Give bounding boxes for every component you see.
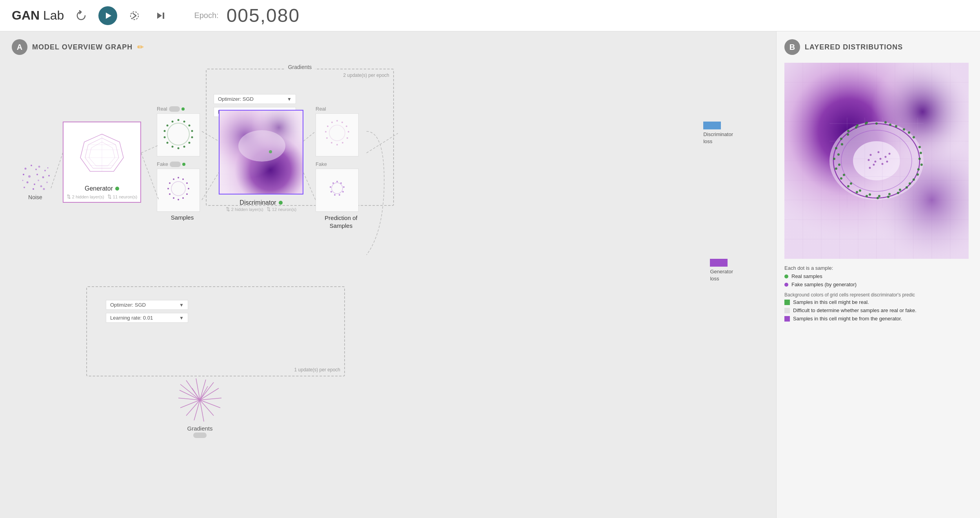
- generator-sub-info: ⇅ 2 hidden layer(s) ⇅ 11 neuron(s): [67, 194, 137, 202]
- svg-point-109: [329, 125, 345, 141]
- svg-point-95: [238, 130, 285, 162]
- prediction-label-area: Prediction of Samples: [316, 214, 367, 229]
- svg-point-35: [43, 188, 45, 190]
- svg-point-208: [878, 151, 880, 153]
- svg-point-52: [191, 130, 193, 132]
- svg-point-65: [182, 178, 184, 180]
- prediction-fake-row: Fake: [316, 161, 367, 167]
- svg-point-36: [48, 175, 50, 176]
- svg-point-113: [342, 191, 344, 193]
- svg-point-69: [182, 197, 184, 199]
- play-button[interactable]: [98, 6, 117, 25]
- svg-point-151: [853, 141, 900, 180]
- svg-point-33: [24, 187, 25, 188]
- gen-hidden-layers[interactable]: ⇅ 2 hidden layer(s): [67, 194, 104, 200]
- svg-point-197: [869, 193, 871, 196]
- svg-line-121: [141, 145, 159, 153]
- svg-point-115: [334, 194, 336, 196]
- svg-point-103: [336, 144, 338, 145]
- svg-point-100: [348, 131, 349, 133]
- svg-point-50: [183, 121, 185, 123]
- panel-b: B LAYERED DISTRIBUTIONS: [776, 31, 980, 518]
- disc-hidden-layers[interactable]: ⇅ 2 hidden layer(s): [226, 206, 263, 212]
- layered-dist-canvas: [784, 63, 969, 259]
- reset-button[interactable]: [72, 6, 91, 25]
- svg-point-189: [908, 131, 910, 134]
- svg-point-104: [331, 142, 332, 144]
- svg-point-57: [172, 146, 174, 148]
- svg-point-165: [889, 124, 891, 126]
- real-toggle[interactable]: [169, 106, 180, 112]
- disc-label-row: Discriminator: [240, 199, 282, 206]
- fake-label: Fake: [157, 161, 168, 167]
- svg-point-207: [870, 154, 872, 156]
- svg-point-164: [875, 122, 878, 125]
- svg-point-212: [868, 159, 870, 161]
- cell-fake-legend: Samples in this cell might be from the g…: [784, 316, 972, 322]
- fake-toggle-row: Fake: [157, 161, 208, 167]
- updates-top-label: 2 update(s) per epoch: [343, 73, 389, 78]
- svg-point-171: [913, 178, 915, 181]
- model-canvas: Gradients 2 update(s) per epoch Optimize…: [12, 63, 764, 510]
- gen-neurons[interactable]: ⇅ 11 neuron(s): [107, 194, 137, 200]
- svg-point-98: [341, 122, 343, 123]
- svg-point-209: [885, 156, 887, 158]
- svg-point-51: [189, 125, 191, 127]
- svg-point-114: [339, 194, 340, 196]
- svg-point-172: [906, 186, 908, 189]
- svg-line-19: [200, 386, 208, 400]
- panel-b-badge: B: [784, 39, 800, 55]
- svg-point-53: [191, 136, 193, 138]
- gradients-bottom-label: Gradients: [187, 425, 212, 432]
- panel-a-header: A MODEL OVERVIEW GRAPH ✏: [12, 39, 764, 55]
- svg-point-101: [347, 137, 348, 139]
- svg-point-26: [28, 175, 31, 178]
- optimizer-dropdown-arrow-top[interactable]: ▼: [287, 96, 292, 102]
- svg-point-106: [325, 131, 327, 133]
- svg-point-61: [167, 125, 169, 127]
- fake-toggle[interactable]: [170, 162, 181, 167]
- svg-point-76: [171, 182, 185, 196]
- prediction-fake-box: [316, 169, 359, 212]
- lr-dropdown-arrow-bottom[interactable]: ▼: [179, 315, 184, 321]
- svg-point-27: [36, 174, 38, 175]
- step-button[interactable]: [125, 6, 144, 25]
- svg-line-120: [51, 153, 63, 188]
- app-title: GAN Lab: [12, 8, 64, 23]
- svg-point-107: [327, 125, 328, 127]
- svg-point-214: [875, 161, 877, 163]
- svg-line-16: [180, 400, 200, 408]
- svg-point-168: [918, 146, 921, 148]
- svg-point-184: [847, 130, 849, 132]
- main-content: A MODEL OVERVIEW GRAPH ✏ Gradients 2 upd…: [0, 31, 980, 518]
- svg-point-206: [865, 122, 867, 125]
- svg-point-72: [169, 193, 171, 195]
- real2-label: Real: [316, 106, 326, 112]
- real-dot-legend: [784, 274, 788, 278]
- disc-neurons[interactable]: ⇅ 12 neuron(s): [267, 206, 296, 212]
- edit-icon[interactable]: ✏: [137, 42, 144, 52]
- optimizer-dropdown-arrow-bottom[interactable]: ▼: [179, 302, 184, 308]
- svg-point-60: [164, 130, 166, 132]
- cell-fake-label: Samples in this cell might be from the g…: [793, 316, 902, 322]
- generator-label: Generator: [85, 185, 113, 192]
- svg-point-73: [167, 188, 169, 189]
- noise-label: Noise: [28, 194, 42, 200]
- svg-point-105: [326, 137, 328, 139]
- skip-button[interactable]: [152, 6, 171, 25]
- svg-point-182: [835, 147, 837, 149]
- svg-point-181: [833, 158, 835, 160]
- prediction-label: Prediction of Samples: [316, 214, 367, 229]
- prediction-area: Real: [316, 106, 367, 229]
- real-samples-legend-label: Real samples: [791, 273, 822, 279]
- gradient-svg: [176, 376, 223, 423]
- real-samples-box: [157, 113, 200, 156]
- svg-point-217: [889, 153, 891, 155]
- svg-point-203: [841, 143, 843, 145]
- gradient-toggle[interactable]: [193, 433, 207, 438]
- legend-area: Each dot is a sample: Real samples Fake …: [784, 265, 972, 322]
- svg-point-175: [877, 197, 879, 199]
- svg-point-195: [888, 193, 891, 195]
- panel-a-badge: A: [12, 39, 27, 55]
- fake-samples-legend: Fake samples (by generator): [784, 282, 972, 287]
